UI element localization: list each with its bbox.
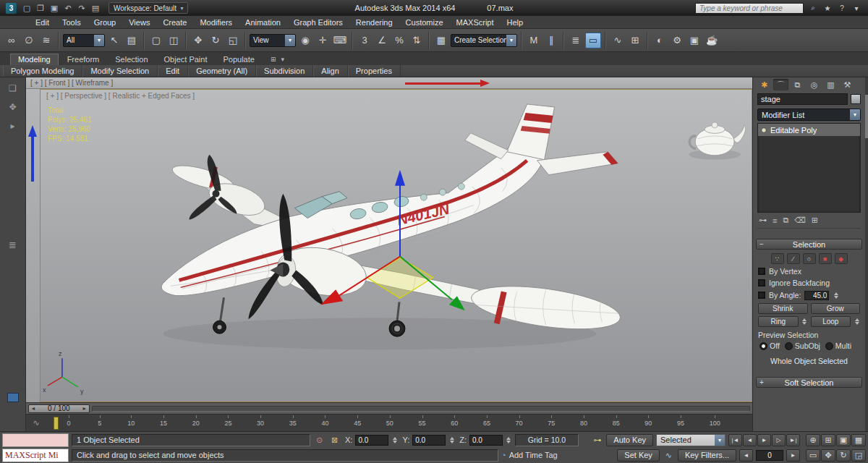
previous-frame-arrow[interactable]: ◄ bbox=[29, 406, 38, 411]
menu-item-modifiers[interactable]: Modifiers bbox=[193, 16, 239, 28]
selection-lock-icon[interactable]: ⊠ bbox=[328, 434, 341, 446]
chevron-down-icon[interactable]: ▾ bbox=[506, 35, 516, 46]
previous-frame-button[interactable]: ◄ bbox=[739, 449, 753, 462]
bind-to-space-warp-icon[interactable]: ≋ bbox=[38, 33, 54, 48]
zoom-extents-icon[interactable]: ▣ bbox=[836, 434, 851, 446]
checkbox[interactable] bbox=[758, 292, 765, 299]
ribbon-tab-populate[interactable]: Populate bbox=[216, 54, 261, 65]
menu-item-views[interactable]: Views bbox=[122, 16, 156, 28]
ribbon-tab-freeform[interactable]: Freeform bbox=[60, 54, 107, 65]
by-vertex-checkbox[interactable]: By Vertex bbox=[758, 267, 860, 276]
open-file-icon[interactable]: ❐ bbox=[35, 2, 46, 14]
select-and-rotate-icon[interactable]: ↻ bbox=[208, 33, 224, 48]
zoom-all-icon[interactable]: ⊞ bbox=[821, 434, 835, 446]
menu-item-help[interactable]: Help bbox=[501, 16, 530, 28]
isolate-selection-icon[interactable]: ⊙ bbox=[313, 434, 326, 446]
infocenter-menu-icon[interactable]: ▾ bbox=[851, 2, 862, 14]
select-and-manipulate-icon[interactable]: ✛ bbox=[315, 33, 331, 48]
viewport-pan-icon[interactable]: ✥ bbox=[9, 102, 16, 112]
select-by-name-icon[interactable]: ▤ bbox=[124, 33, 140, 48]
make-unique-icon[interactable]: ⧉ bbox=[783, 216, 788, 225]
by-angle-field[interactable] bbox=[804, 291, 829, 300]
spinner-snap-icon[interactable]: ⇅ bbox=[409, 33, 425, 48]
teapot-object[interactable] bbox=[689, 122, 745, 160]
help-icon[interactable]: ? bbox=[836, 2, 848, 14]
vertex-icon[interactable]: ∵ bbox=[771, 253, 784, 264]
menu-item-group[interactable]: Group bbox=[88, 16, 123, 28]
preview-option-off[interactable]: Off bbox=[760, 341, 780, 350]
default-tangents-icon[interactable]: ∿ bbox=[663, 449, 675, 462]
ribbon-panel-polygon-modeling[interactable]: Polygon Modeling bbox=[3, 65, 82, 77]
utilities-tab-icon[interactable]: ⚒ bbox=[840, 79, 855, 90]
front-viewport-left-sliver[interactable] bbox=[26, 89, 40, 402]
viewport-layout-arrow-icon[interactable]: ▸ bbox=[10, 121, 14, 131]
track-bar[interactable]: ∿ 05101520253035404550556065707580859095… bbox=[26, 414, 752, 431]
show-end-result-icon[interactable]: ≡ bbox=[773, 216, 777, 225]
ribbon-panel-edit[interactable]: Edit bbox=[158, 65, 188, 77]
y-coordinate-field[interactable] bbox=[412, 435, 446, 446]
time-slider-track[interactable] bbox=[92, 406, 750, 412]
reference-coordinate-dropdown[interactable]: View▾ bbox=[250, 34, 296, 47]
rendered-frame-icon[interactable]: ▣ bbox=[686, 33, 702, 48]
object-name-field[interactable] bbox=[757, 93, 848, 105]
front-viewport-sliver[interactable]: [ + ] [ Front ] [ Wireframe ] bbox=[26, 77, 752, 89]
grow-button[interactable]: Grow bbox=[811, 303, 861, 314]
x-coordinate-field[interactable] bbox=[355, 435, 388, 446]
stack-item-editable-poly[interactable]: Editable Poly bbox=[758, 124, 860, 136]
maxscript-listener-output[interactable] bbox=[2, 433, 69, 447]
preview-option-multi[interactable]: Multi bbox=[825, 341, 851, 350]
modifier-stack[interactable]: Editable Poly bbox=[757, 123, 861, 213]
z-spinner[interactable] bbox=[506, 435, 512, 445]
next-frame-arrow[interactable]: ► bbox=[80, 406, 89, 411]
current-frame-field[interactable] bbox=[756, 450, 783, 461]
current-frame-marker[interactable] bbox=[54, 417, 59, 430]
app-logo[interactable]: 3 bbox=[6, 3, 17, 14]
layer-manager-icon[interactable]: ≣ bbox=[568, 33, 584, 48]
window-crossing-icon[interactable]: ◫ bbox=[166, 33, 182, 48]
checkbox[interactable] bbox=[758, 268, 765, 275]
object-color-swatch[interactable] bbox=[851, 94, 861, 104]
x-spinner[interactable] bbox=[391, 435, 398, 445]
set-key-button[interactable]: Set Key bbox=[617, 449, 660, 462]
modifier-list-dropdown[interactable]: Modifier List ▾ bbox=[757, 109, 861, 121]
add-time-tag[interactable]: ◔ Add Time Tag bbox=[501, 451, 558, 459]
render-setup-icon[interactable]: ⚙ bbox=[669, 33, 685, 48]
ring-button[interactable]: Ring bbox=[758, 316, 799, 327]
element-icon[interactable]: ◆ bbox=[835, 253, 848, 264]
unlink-selection-icon[interactable]: ∅ bbox=[21, 33, 37, 48]
menu-item-graph-editors[interactable]: Graph Editors bbox=[287, 16, 349, 28]
percent-snap-icon[interactable]: % bbox=[391, 33, 407, 48]
time-slider-handle[interactable]: ◄ 0 / 100 ► bbox=[28, 404, 90, 413]
maxscript-mini-listener[interactable]: MAXScript Mi bbox=[2, 449, 69, 462]
border-icon[interactable]: ○ bbox=[803, 253, 816, 264]
new-scene-icon[interactable]: ▢ bbox=[21, 2, 33, 14]
material-editor-icon[interactable]: ◐ bbox=[652, 33, 668, 48]
perspective-viewport[interactable]: [ + ] [ Perspective ] [ Realistic + Edge… bbox=[40, 89, 752, 402]
polygon-icon[interactable]: ■ bbox=[819, 253, 832, 264]
chevron-down-icon[interactable]: ▾ bbox=[285, 35, 295, 46]
hierarchy-tab-icon[interactable]: ⧉ bbox=[790, 79, 805, 90]
create-tab-icon[interactable]: ✱ bbox=[757, 79, 772, 90]
redo-icon[interactable]: ↷ bbox=[76, 2, 88, 14]
maximize-viewport-icon[interactable]: ◲ bbox=[851, 449, 866, 462]
align-icon[interactable]: ∥ bbox=[543, 33, 559, 48]
visibility-bulb-icon[interactable] bbox=[761, 127, 767, 133]
pan-view-icon[interactable]: ✥ bbox=[821, 449, 835, 462]
orbit-icon[interactable]: ↻ bbox=[836, 449, 851, 462]
modify-tab-icon[interactable]: ⌒ bbox=[773, 79, 788, 90]
graphite-toggle-icon[interactable]: ▭ bbox=[585, 33, 601, 48]
ribbon-minimize-icon[interactable]: ▾ bbox=[281, 56, 284, 63]
key-filters-button[interactable]: Key Filters... bbox=[678, 449, 736, 462]
angle-snap-icon[interactable]: ∠ bbox=[374, 33, 390, 48]
menu-item-tools[interactable]: Tools bbox=[56, 16, 88, 28]
ribbon-panel-align[interactable]: Align bbox=[313, 65, 347, 77]
ribbon-panel-properties[interactable]: Properties bbox=[348, 65, 401, 77]
viewport-label-front[interactable]: [ + ] [ Front ] [ Wireframe ] bbox=[30, 79, 113, 87]
ribbon-panel-modify-selection[interactable]: Modify Selection bbox=[82, 65, 158, 77]
pin-stack-icon[interactable]: ⊶ bbox=[759, 216, 767, 225]
workspace-dropdown[interactable]: Workspace: Default ▾ bbox=[109, 2, 188, 14]
render-production-icon[interactable]: ☕ bbox=[704, 33, 720, 48]
layout-tabs-icon[interactable]: ≣ bbox=[9, 239, 17, 250]
soft-selection-rollout-header[interactable]: + Soft Selection bbox=[756, 377, 862, 388]
configure-modifier-sets-icon[interactable]: ⊞ bbox=[812, 216, 818, 225]
